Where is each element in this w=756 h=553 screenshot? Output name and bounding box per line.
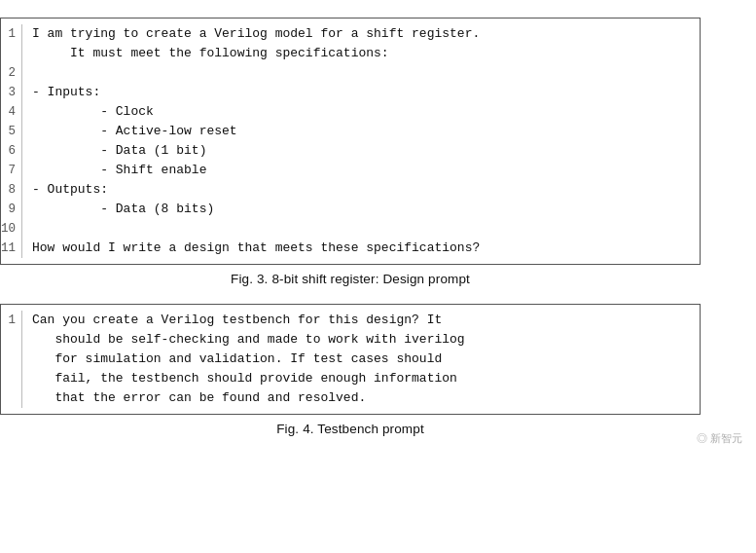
- line-number: 7: [1, 161, 22, 180]
- line-content: - Shift enable: [22, 161, 206, 180]
- code-line: It must meet the following specification…: [1, 44, 700, 63]
- line-number: 6: [1, 141, 22, 161]
- line-content: that the error can be found and resolved…: [22, 388, 366, 408]
- code-line: 1Can you create a Verilog testbench for …: [1, 311, 700, 330]
- code-line: 5 - Active-low reset: [1, 122, 700, 141]
- code-line: should be self-checking and made to work…: [1, 330, 700, 350]
- line-content: [22, 219, 32, 239]
- watermark: ◎ 新智元: [697, 431, 742, 446]
- code-line: 7 - Shift enable: [1, 161, 700, 180]
- line-number: 10: [1, 219, 22, 239]
- line-number: [1, 388, 22, 408]
- code-line: 6 - Data (1 bit): [1, 141, 700, 161]
- line-content: for simulation and validation. If test c…: [22, 350, 442, 369]
- figure3-codebox: 1I am trying to create a Verilog model f…: [0, 18, 701, 265]
- line-number: 3: [1, 83, 22, 102]
- line-number: 2: [1, 63, 22, 83]
- figure4-codebox: 1Can you create a Verilog testbench for …: [0, 304, 701, 415]
- line-content: Can you create a Verilog testbench for t…: [22, 311, 442, 330]
- code-line: that the error can be found and resolved…: [1, 388, 700, 408]
- line-number: 8: [1, 180, 22, 200]
- line-number: [1, 369, 22, 388]
- line-content: [22, 63, 32, 83]
- line-number: 5: [1, 122, 22, 141]
- line-content: - Data (8 bits): [22, 200, 214, 219]
- line-number: [1, 350, 22, 369]
- line-content: How would I write a design that meets th…: [22, 239, 480, 258]
- code-line: 11How would I write a design that meets …: [1, 239, 700, 258]
- line-content: - Active-low reset: [22, 122, 237, 141]
- code-line: 9 - Data (8 bits): [1, 200, 700, 219]
- line-content: I am trying to create a Verilog model fo…: [22, 24, 480, 44]
- line-number: 1: [1, 311, 22, 330]
- code-line: 10: [1, 219, 700, 239]
- figure3-caption: Fig. 3. 8-bit shift register: Design pro…: [231, 272, 470, 286]
- figure4-block: 1Can you create a Verilog testbench for …: [0, 304, 701, 436]
- code-line: for simulation and validation. If test c…: [1, 350, 700, 369]
- line-content: - Clock: [22, 102, 154, 122]
- code-line: 3- Inputs:: [1, 83, 700, 102]
- code-line: 2: [1, 63, 700, 83]
- line-number: 9: [1, 200, 22, 219]
- line-content: It must meet the following specification…: [22, 44, 389, 63]
- code-line: 1I am trying to create a Verilog model f…: [1, 24, 700, 44]
- line-number: [1, 44, 22, 63]
- line-number: 1: [1, 24, 22, 44]
- code-line: 8- Outputs:: [1, 180, 700, 200]
- figure3-block: 1I am trying to create a Verilog model f…: [0, 18, 701, 286]
- line-content: - Data (1 bit): [22, 141, 206, 161]
- line-content: - Inputs:: [22, 83, 100, 102]
- code-line: fail, the testbench should provide enoug…: [1, 369, 700, 388]
- line-number: 4: [1, 102, 22, 122]
- line-content: - Outputs:: [22, 180, 108, 200]
- figure4-caption: Fig. 4. Testbench prompt: [276, 422, 424, 436]
- code-line: 4 - Clock: [1, 102, 700, 122]
- line-number: 11: [1, 239, 22, 258]
- line-content: should be self-checking and made to work…: [22, 330, 465, 350]
- line-content: fail, the testbench should provide enoug…: [22, 369, 457, 388]
- line-number: [1, 330, 22, 350]
